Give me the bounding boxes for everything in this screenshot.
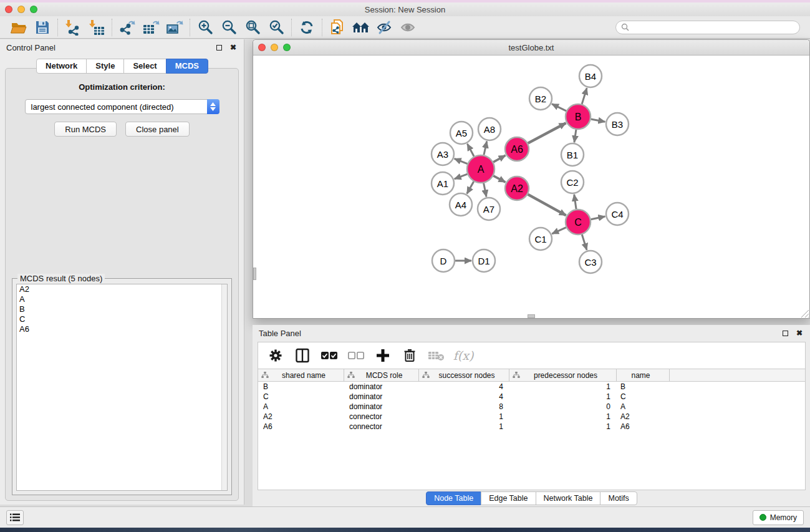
graph-edge-A-A5[interactable]	[467, 144, 474, 157]
criterion-dropdown[interactable]: largest connected component (directed)	[25, 99, 219, 114]
export-network-icon[interactable]	[117, 18, 138, 37]
network-zoom-button[interactable]	[283, 44, 291, 51]
column-header-name[interactable]: name	[617, 369, 670, 381]
table-row[interactable]: Cdominator41C	[258, 392, 805, 402]
delete-column-trash-icon[interactable]	[401, 346, 418, 365]
network-minimize-button[interactable]	[271, 44, 278, 51]
export-table-icon[interactable]	[140, 18, 162, 37]
graph-node-A5[interactable]: A5	[450, 122, 473, 144]
graph-node-B3[interactable]: B3	[606, 113, 629, 135]
graph-node-B4[interactable]: B4	[579, 65, 602, 87]
column-header-shared-name[interactable]: shared name	[258, 369, 344, 381]
column-header-successor-nodes[interactable]: successor nodes	[419, 369, 509, 381]
table-float-icon[interactable]	[781, 329, 789, 337]
memory-button[interactable]: Memory	[753, 510, 804, 525]
graph-edge-B-B4[interactable]	[582, 88, 587, 104]
import-table-icon[interactable]	[86, 18, 107, 37]
tab-network[interactable]: Network	[36, 59, 87, 74]
open-file-icon[interactable]	[8, 18, 29, 37]
mcds-result-item[interactable]: A	[17, 294, 227, 304]
table-row[interactable]: A2connector11A2	[258, 412, 805, 422]
graph-node-B[interactable]: B	[566, 104, 591, 129]
import-network-icon[interactable]	[62, 18, 84, 37]
function-builder-icon[interactable]: f(x)	[455, 346, 472, 365]
graph-edge-C-C1[interactable]	[552, 228, 566, 234]
tab-node-table[interactable]: Node Table	[426, 491, 481, 505]
table-row[interactable]: Adominator80A	[258, 402, 805, 412]
graph-node-B1[interactable]: B1	[561, 143, 584, 166]
save-session-icon[interactable]	[32, 18, 53, 37]
graph-edge-B-B1[interactable]	[574, 130, 576, 142]
graph-edge-A-A2[interactable]	[493, 176, 505, 182]
graph-node-A3[interactable]: A3	[432, 143, 454, 165]
graph-edge-B-B2[interactable]	[552, 104, 566, 111]
float-panel-icon[interactable]	[215, 43, 223, 52]
graph-node-D[interactable]: D	[432, 249, 455, 272]
graph-node-C2[interactable]: C2	[561, 171, 584, 193]
graph-node-A6[interactable]: A6	[505, 137, 529, 161]
export-image-icon[interactable]	[164, 18, 185, 37]
table-row[interactable]: A6connector11A6	[258, 422, 805, 432]
graph-node-A8[interactable]: A8	[478, 118, 501, 140]
graph-edge-C-C2[interactable]	[574, 195, 576, 209]
mcds-result-item[interactable]: C	[17, 314, 227, 324]
run-mcds-button[interactable]: Run MCDS	[54, 122, 117, 137]
graph-node-A4[interactable]: A4	[450, 193, 472, 216]
tab-motifs[interactable]: Motifs	[600, 491, 637, 505]
zoom-fit-icon[interactable]	[242, 18, 263, 37]
new-network-from-selection-icon[interactable]	[327, 18, 348, 37]
unselect-all-icon[interactable]	[347, 346, 365, 365]
close-panel-button[interactable]: Close panel	[125, 122, 190, 137]
graph-edge-A6-B[interactable]	[528, 123, 566, 143]
tab-network-table[interactable]: Network Table	[536, 491, 601, 505]
graph-node-A[interactable]: A	[467, 155, 494, 183]
search-box[interactable]	[615, 21, 800, 34]
mcds-result-list[interactable]: A2ABCA6	[16, 284, 228, 491]
zoom-in-icon[interactable]	[195, 18, 216, 37]
network-horizontal-scroll-hint[interactable]	[528, 314, 535, 318]
graph-node-D1[interactable]: D1	[473, 249, 495, 272]
graph-edge-C-C4[interactable]	[591, 216, 605, 220]
result-scrollbar[interactable]	[221, 284, 227, 490]
select-all-icon[interactable]	[321, 346, 338, 365]
graph-node-C1[interactable]: C1	[529, 228, 552, 250]
mcds-result-item[interactable]: A6	[17, 324, 227, 334]
tab-edge-table[interactable]: Edge Table	[481, 491, 536, 505]
graph-node-C[interactable]: C	[566, 210, 591, 235]
graph-edge-A-A7[interactable]	[484, 183, 486, 197]
tab-select[interactable]: Select	[123, 59, 166, 74]
close-panel-icon[interactable]: ✖	[229, 43, 238, 52]
show-all-icon[interactable]	[398, 18, 419, 37]
graph-edge-A-A1[interactable]	[455, 174, 468, 179]
mcds-result-item[interactable]: B	[17, 304, 227, 314]
column-header-mcds-role[interactable]: MCDS role	[344, 369, 419, 381]
graph-node-C3[interactable]: C3	[579, 251, 602, 273]
graph-edge-A-A8[interactable]	[484, 142, 487, 155]
search-input[interactable]	[629, 23, 794, 32]
network-vertical-scroll-hint[interactable]	[253, 268, 256, 280]
zoom-window-button[interactable]	[30, 6, 37, 13]
graph-edge-A-A6[interactable]	[493, 155, 505, 162]
table-row[interactable]: Bdominator41B	[258, 382, 805, 392]
task-history-button[interactable]	[6, 510, 24, 525]
mcds-result-item[interactable]: A2	[17, 284, 227, 294]
graph-edge-A2-C[interactable]	[528, 195, 566, 216]
column-header-predecessor-nodes[interactable]: predecessor nodes	[509, 369, 617, 381]
graph-node-B2[interactable]: B2	[529, 87, 552, 110]
first-neighbors-icon[interactable]	[350, 18, 372, 37]
window-resize-grip[interactable]	[800, 309, 809, 317]
table-close-icon[interactable]: ✖	[795, 329, 804, 337]
show-column-panel-icon[interactable]	[294, 346, 311, 365]
network-close-button[interactable]	[258, 44, 266, 51]
graph-edge-C-C3[interactable]	[582, 235, 587, 250]
graph-edge-A-A4[interactable]	[467, 181, 474, 194]
delete-table-icon[interactable]	[428, 346, 445, 365]
graph-edge-B-B3[interactable]	[591, 119, 605, 122]
close-window-button[interactable]	[5, 6, 12, 13]
refresh-icon[interactable]	[296, 18, 317, 37]
tab-style[interactable]: Style	[86, 59, 124, 74]
network-canvas[interactable]: B4B2BB3A5A8A6B1A3AC2A1A2A4A7C4CC1C3DD1	[253, 56, 809, 318]
graph-node-A2[interactable]: A2	[505, 177, 529, 200]
hide-selected-icon[interactable]	[374, 18, 395, 37]
zoom-selected-icon[interactable]	[266, 18, 287, 37]
